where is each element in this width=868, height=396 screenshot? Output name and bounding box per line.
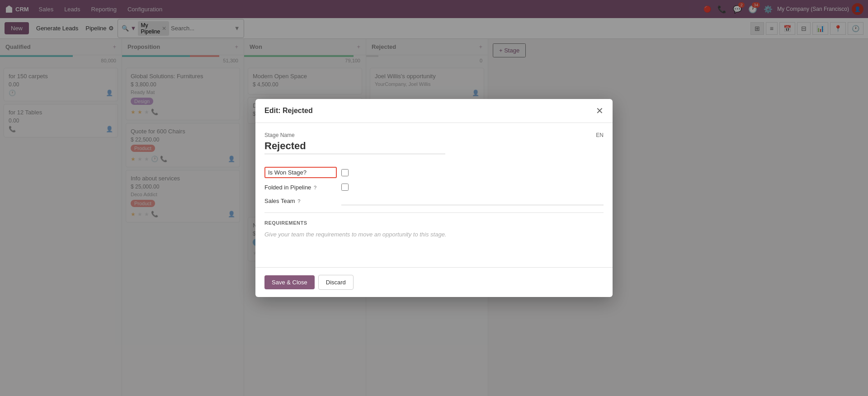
sales-team-row: Sales Team ? [264,196,604,205]
stage-name-field-group: Stage Name Rejected [264,132,445,154]
sales-team-help-icon[interactable]: ? [297,198,300,204]
save-close-button[interactable]: Save & Close [264,275,315,289]
is-won-stage-label: Is Won Stage? [264,167,337,178]
en-locale-badge: EN [596,132,604,138]
sales-team-input[interactable] [341,196,604,205]
requirements-section-title: REQUIREMENTS [264,212,604,226]
discard-button[interactable]: Discard [318,275,354,290]
dialog-body: Stage Name Rejected EN Is Won Stage? Fol… [255,123,613,267]
is-won-stage-checkbox[interactable] [341,169,349,176]
stage-name-label: Stage Name [264,132,445,138]
folded-pipeline-label: Folded in Pipeline ? [264,184,337,191]
stage-name-section: Stage Name Rejected EN [264,132,604,161]
stage-name-value[interactable]: Rejected [264,140,445,154]
modal-overlay: Edit: Rejected ✕ Stage Name Rejected EN … [0,0,868,396]
is-won-stage-row: Is Won Stage? [264,167,604,178]
sales-team-label: Sales Team ? [264,198,337,204]
edit-rejected-dialog: Edit: Rejected ✕ Stage Name Rejected EN … [255,99,613,297]
requirements-text[interactable]: Give your team the requirements to move … [264,231,604,249]
dialog-title: Edit: Rejected [264,107,313,115]
dialog-close-button[interactable]: ✕ [596,106,604,115]
folded-pipeline-checkbox[interactable] [341,184,349,191]
dialog-header: Edit: Rejected ✕ [255,99,613,123]
folded-pipeline-row: Folded in Pipeline ? [264,184,604,191]
folded-help-icon[interactable]: ? [314,185,316,190]
dialog-footer: Save & Close Discard [255,267,613,297]
